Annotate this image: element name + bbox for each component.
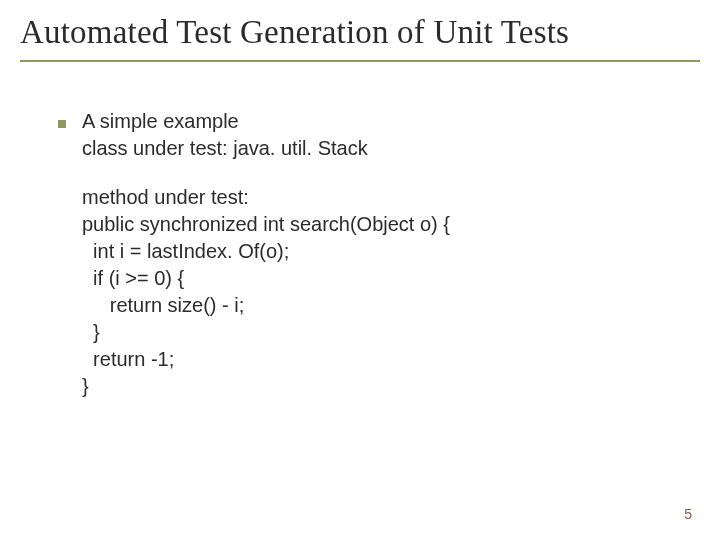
code-line: return size() - i;: [82, 292, 450, 319]
code-block: method under test: public synchronized i…: [82, 184, 450, 400]
code-line: return -1;: [82, 346, 450, 373]
class-under-test: class under test: java. util. Stack: [82, 135, 450, 162]
code-line: }: [82, 319, 450, 346]
intro-heading: A simple example: [82, 108, 239, 135]
code-line: public synchronized int search(Object o)…: [82, 211, 450, 238]
code-line: }: [82, 373, 450, 400]
code-line: int i = lastIndex. Of(o);: [82, 238, 450, 265]
slide-title: Automated Test Generation of Unit Tests: [20, 14, 569, 51]
slide-body: A simple example class under test: java.…: [58, 108, 450, 400]
square-bullet-icon: [58, 120, 66, 128]
bullet-item: A simple example: [58, 108, 450, 135]
page-number: 5: [684, 506, 692, 522]
code-line: if (i >= 0) {: [82, 265, 450, 292]
title-underline: [20, 60, 700, 62]
code-line: method under test:: [82, 184, 450, 211]
